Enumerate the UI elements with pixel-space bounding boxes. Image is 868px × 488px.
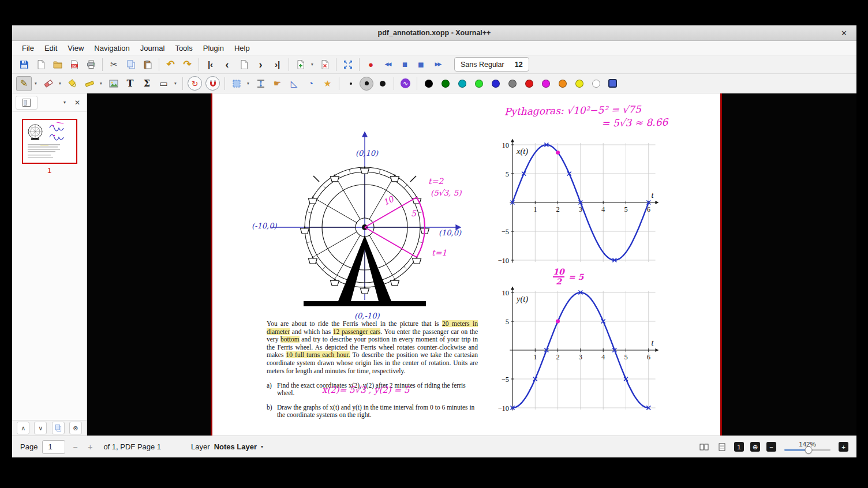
color-blue-button[interactable] [488, 76, 503, 91]
vertical-space-button[interactable] [253, 76, 268, 91]
zoom-slider[interactable] [784, 449, 830, 451]
copy-page-button[interactable] [52, 422, 65, 434]
stroke-ruler-button[interactable] [81, 76, 97, 91]
hand-tool-button[interactable]: ☛ [270, 76, 285, 91]
copy-button[interactable] [123, 57, 139, 72]
forward-audio-button[interactable]: ▶▶ [430, 57, 446, 72]
stop-audio-button[interactable]: ◼ [413, 57, 429, 72]
eraser-button[interactable] [40, 76, 56, 91]
toolbar-separator [394, 77, 394, 90]
pen-icon: ✎ [18, 78, 30, 89]
first-page-icon: |‹ [205, 59, 216, 70]
previous-annotated-page-button[interactable] [236, 57, 252, 72]
record-audio-button[interactable]: ● [363, 57, 379, 72]
menu-item-plugin[interactable]: Plugin [198, 41, 229, 55]
preview-panel-dropdown[interactable]: ▾ [59, 96, 70, 110]
new-page-after-dropdown[interactable]: ▾ [309, 57, 316, 72]
draw-star-button[interactable]: ★ [320, 76, 335, 91]
next-page-button[interactable]: › [253, 57, 268, 72]
color-cyan-button[interactable] [454, 76, 470, 91]
zoom-slider-handle[interactable] [805, 446, 812, 453]
font-selector[interactable]: Sans Regular 12 [454, 57, 529, 72]
scroll-page-down-button[interactable]: ∨ [34, 422, 47, 434]
new-page-after-button[interactable] [293, 57, 308, 72]
menu-item-edit[interactable]: Edit [39, 41, 62, 55]
export-pdf-button[interactable]: PDF [66, 57, 82, 72]
zoom-fit-button[interactable]: ⊕ [750, 442, 760, 452]
color-chooser-button[interactable] [605, 76, 620, 91]
save-button[interactable] [16, 57, 32, 72]
last-page-button[interactable]: ›| [270, 57, 285, 72]
line-width-medium-button[interactable] [360, 77, 373, 91]
previous-page-button[interactable]: ‹ [219, 57, 235, 72]
scroll-page-up-button[interactable]: ∧ [17, 422, 29, 434]
page-number-input[interactable]: 1 [42, 440, 65, 454]
color-black-button[interactable] [421, 76, 436, 91]
page-thumbnail[interactable] [22, 119, 77, 164]
page-increment-button[interactable]: + [85, 442, 95, 452]
new-document-button[interactable] [33, 57, 48, 72]
select-region-button[interactable] [229, 76, 244, 91]
first-page-button[interactable]: |‹ [203, 57, 218, 72]
pdf-page[interactable]: (0,10) (-10,0) (10,0) (0,-10) t=2 (5√3, … [211, 93, 722, 436]
redo-button[interactable]: ↷ [179, 57, 195, 72]
layer-selector[interactable]: Notes Layer [214, 442, 257, 451]
presentation-mode-button[interactable] [716, 441, 728, 453]
menu-item-navigation[interactable]: Navigation [89, 41, 134, 55]
select-region-dropdown[interactable]: ▾ [245, 76, 252, 91]
paste-button[interactable] [140, 57, 155, 72]
stroke-ruler-dropdown[interactable]: ▾ [98, 76, 104, 91]
color-red-button[interactable] [521, 76, 537, 91]
close-preview-button[interactable]: ⊗ [69, 422, 82, 434]
item-a-label: a) [267, 382, 277, 397]
menu-item-view[interactable]: View [62, 41, 89, 55]
page-decrement-button[interactable]: − [70, 442, 80, 452]
menu-item-help[interactable]: Help [229, 41, 255, 55]
cut-button[interactable]: ✂ [106, 57, 122, 72]
zoom-in-button[interactable]: + [839, 442, 848, 452]
window-close-button[interactable]: ✕ [841, 29, 847, 37]
text-tool-button[interactable]: T [122, 76, 138, 91]
color-green-button[interactable] [437, 76, 453, 91]
preview-panel-button[interactable] [16, 96, 38, 110]
insert-image-button[interactable] [106, 76, 121, 91]
canvas[interactable]: (0,10) (-10,0) (10,0) (0,-10) t=2 (5√3, … [87, 93, 856, 436]
setsquare-button[interactable]: ◺ [286, 76, 302, 91]
color-gray-button[interactable] [504, 76, 520, 91]
menu-item-file[interactable]: File [17, 41, 39, 55]
draw-shape-button[interactable]: ▭ [156, 76, 171, 91]
eraser-dropdown[interactable]: ▾ [57, 76, 63, 91]
zoom-100-button[interactable]: 1 [734, 442, 744, 452]
color-orange-button[interactable] [555, 76, 570, 91]
print-button[interactable] [83, 57, 99, 72]
draw-shape-dropdown[interactable]: ▾ [172, 76, 179, 91]
color-yellow-button[interactable] [571, 76, 587, 91]
pause-audio-button[interactable]: ▮▮ [396, 57, 412, 72]
open-button[interactable] [50, 57, 65, 72]
pen-dropdown[interactable]: ▾ [32, 76, 39, 91]
compass-button[interactable]: ◔ [303, 76, 319, 91]
line-width-thick-button[interactable] [375, 76, 390, 91]
color-white-button[interactable] [588, 76, 604, 91]
delete-page-button[interactable] [317, 57, 332, 72]
svg-text:10: 10 [502, 141, 510, 149]
highlighter-button[interactable] [65, 76, 80, 91]
preview-panel-close-button[interactable]: ✕ [72, 96, 83, 110]
shape-recognizer-button[interactable]: ∿ [398, 76, 413, 91]
menu-item-journal[interactable]: Journal [135, 41, 170, 55]
rotation-snapping-button[interactable]: ↻ [188, 76, 202, 91]
rewind-audio-button[interactable]: ◀◀ [380, 57, 395, 72]
pen-button[interactable]: ✎ [16, 76, 32, 91]
undo-button[interactable]: ↶ [163, 57, 178, 72]
redo-icon: ↷ [182, 59, 193, 70]
zoom-out-button[interactable]: − [766, 442, 776, 452]
grid-snapping-button[interactable] [205, 76, 220, 91]
dual-page-view-button[interactable] [698, 441, 710, 453]
menu-item-tools[interactable]: Tools [170, 41, 197, 55]
math-tex-button[interactable]: Σ [139, 76, 155, 91]
line-width-fine-button[interactable] [343, 76, 358, 91]
fullscreen-button[interactable] [340, 57, 356, 72]
color-light-green-button[interactable] [471, 76, 487, 91]
layer-dropdown-icon[interactable]: ▾ [261, 444, 263, 449]
color-magenta-button[interactable] [538, 76, 553, 91]
